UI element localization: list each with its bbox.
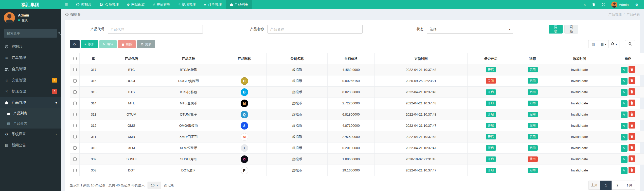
row-delete-button[interactable]: [629, 77, 635, 84]
row-edit-button[interactable]: ✎: [621, 123, 628, 129]
row-delete-button[interactable]: [629, 144, 635, 151]
menu-toggle-button[interactable]: ☰: [61, 0, 72, 9]
row-checkbox[interactable]: [73, 113, 77, 116]
cell-updated: 2022-04-21 10:37:48: [375, 109, 468, 120]
submit-button[interactable]: 提交: [549, 25, 563, 34]
top-nav-item-6[interactable]: ≣订单管理: [200, 0, 226, 9]
sidebar-item-2[interactable]: ≣订单管理: [0, 52, 61, 63]
row-checkbox[interactable]: [73, 135, 77, 138]
column-header-2[interactable]: 产品代码: [108, 53, 155, 64]
cell-category: 虚拟币: [267, 154, 328, 165]
cell-id: 317: [80, 64, 108, 75]
column-header-6[interactable]: 当前价格: [328, 53, 375, 64]
sidebar-item-4[interactable]: ☝充值管理0: [0, 75, 61, 86]
row-delete-button[interactable]: [629, 155, 635, 162]
column-header-7[interactable]: 更新时间: [375, 53, 468, 64]
settings-button[interactable]: ⚙: [632, 0, 641, 9]
cell-icon: ✦: [222, 142, 267, 154]
add-button[interactable]: +添加: [81, 40, 98, 48]
edit-button[interactable]: ✎编辑: [99, 40, 117, 48]
column-header-3[interactable]: 产品名称: [155, 53, 222, 64]
refresh-button[interactable]: 刷新: [564, 25, 578, 34]
table-row: 313QTUMQTUM/量子Q虚拟币6.818000002022-04-21 1…: [70, 109, 644, 120]
page-size-select[interactable]: 10▾: [148, 182, 161, 189]
sidebar-subitem-2[interactable]: ▤产品分类: [0, 118, 61, 129]
pagination-page-2[interactable]: 2: [612, 181, 623, 190]
users-icon: [99, 3, 103, 6]
brand-logo[interactable]: 福汇集团: [0, 0, 61, 9]
row-select-cell: [70, 154, 80, 165]
pagination-page-1[interactable]: 1: [600, 181, 612, 190]
sidebar-item-1[interactable]: 控制台: [0, 41, 61, 52]
cell-open: 开启: [468, 165, 514, 176]
delete-button[interactable]: 删除: [118, 40, 136, 48]
row-delete-button[interactable]: [629, 111, 635, 117]
column-header-1[interactable]: ID: [80, 53, 108, 64]
cell-updated: 2022-04-21 10:37:47: [375, 142, 468, 154]
row-checkbox[interactable]: [73, 90, 77, 94]
row-edit-button[interactable]: ✎: [621, 100, 628, 107]
top-nav-item-1[interactable]: 控制台: [72, 0, 96, 9]
row-delete-button[interactable]: [629, 100, 635, 106]
top-nav-item-7[interactable]: 产品列表: [226, 0, 252, 9]
row-delete-button[interactable]: [629, 133, 635, 140]
top-nav-item-3[interactable]: ⚙网站配置: [123, 0, 149, 9]
row-edit-button[interactable]: ✎: [621, 156, 628, 163]
row-checkbox[interactable]: [73, 146, 77, 150]
column-header-4[interactable]: 产品图标: [222, 53, 267, 64]
breadcrumb-item-parent[interactable]: 产品管理: [608, 12, 621, 17]
row-checkbox[interactable]: [73, 157, 77, 161]
sidebar-item-3[interactable]: 会员管理: [0, 63, 61, 75]
more-button[interactable]: ⚙更多: [137, 40, 155, 48]
row-delete-button[interactable]: [629, 122, 635, 129]
sidebar-item-5[interactable]: ☟提现管理0: [0, 86, 61, 97]
row-edit-button[interactable]: ✎: [621, 112, 628, 118]
home-button[interactable]: ⌂: [580, 0, 589, 9]
cell-code: SUSHI: [108, 154, 155, 165]
top-nav-item-2[interactable]: 会员管理: [95, 0, 123, 9]
top-nav-item-5[interactable]: ☟提现管理: [174, 0, 200, 9]
pencil-icon: ✎: [103, 43, 105, 46]
column-header-10[interactable]: 添加时间: [551, 53, 608, 64]
row-checkbox[interactable]: [73, 79, 77, 83]
columns-toggle-button[interactable]: ▦▾: [598, 40, 609, 48]
expand-button[interactable]: [598, 0, 608, 9]
product-code-input[interactable]: [108, 25, 203, 34]
status-select[interactable]: 选择 ▾: [427, 25, 513, 34]
column-header-11[interactable]: 操作: [608, 53, 644, 64]
sidebar-item-6[interactable]: 产品管理▾: [0, 97, 61, 108]
sidebar-subitem-1[interactable]: 产品列表: [0, 108, 61, 118]
detail-view-button[interactable]: ▤: [588, 40, 598, 48]
select-all-checkbox[interactable]: [73, 57, 77, 60]
column-header-5[interactable]: 类别名称: [267, 53, 328, 64]
row-checkbox[interactable]: [73, 124, 77, 127]
row-edit-button[interactable]: ✎: [621, 89, 628, 96]
export-button[interactable]: ▾: [609, 40, 619, 48]
pagination-prev[interactable]: 上页: [588, 181, 600, 190]
sushi-icon: ✿: [241, 155, 248, 163]
row-delete-button[interactable]: [629, 88, 635, 95]
row-delete-button[interactable]: [629, 167, 635, 173]
reload-table-button[interactable]: ⟳: [70, 40, 80, 48]
user-menu[interactable]: Admin: [608, 0, 632, 9]
column-header-9[interactable]: 状态: [514, 53, 551, 64]
row-edit-button[interactable]: ✎: [621, 78, 628, 85]
pagination-next[interactable]: 下页: [623, 181, 635, 190]
row-edit-button[interactable]: ✎: [621, 167, 628, 174]
product-name-input[interactable]: [267, 25, 363, 34]
row-edit-button[interactable]: ✎: [621, 145, 628, 152]
sidebar-item-7[interactable]: ⚙系统设置‹: [0, 129, 61, 140]
sidebar-item-8[interactable]: ▤新闻公告: [0, 140, 61, 151]
top-nav-item-4[interactable]: ☝充值管理: [149, 0, 174, 9]
row-edit-button[interactable]: ✎: [621, 67, 628, 73]
column-header-8[interactable]: 是否开启: [468, 53, 514, 64]
row-checkbox[interactable]: [73, 102, 77, 105]
table-search-button[interactable]: [625, 40, 635, 48]
row-checkbox[interactable]: [73, 68, 77, 71]
row-checkbox[interactable]: [73, 169, 77, 172]
row-delete-button[interactable]: [629, 66, 635, 73]
trash-button[interactable]: [589, 0, 598, 9]
sidebar-search-input[interactable]: [4, 31, 55, 35]
row-edit-button[interactable]: ✎: [621, 134, 628, 140]
bag-icon: [4, 101, 9, 104]
